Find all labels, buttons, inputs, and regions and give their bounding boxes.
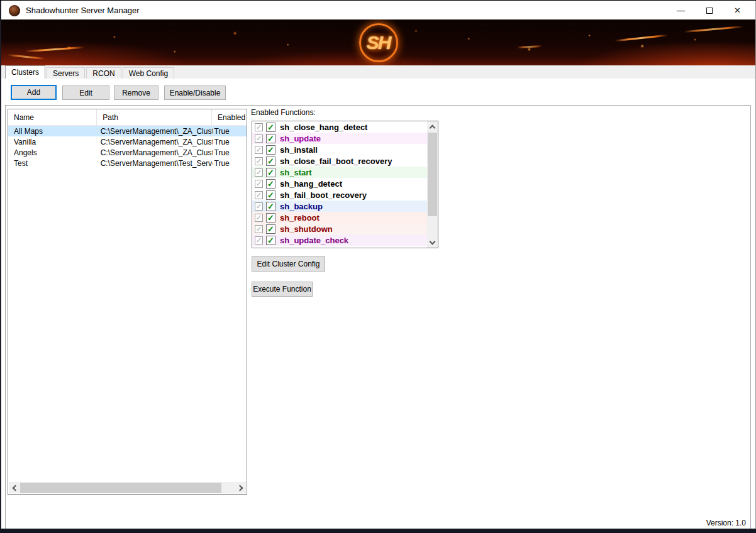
scroll-right-icon[interactable] xyxy=(235,482,246,493)
window-border-bottom xyxy=(0,529,756,533)
function-name: sh_close_fail_boot_recovery xyxy=(280,157,392,166)
function-name: sh_backup xyxy=(280,202,323,211)
checkbox-icon[interactable]: ✓ xyxy=(255,202,263,211)
cluster-enabled: True xyxy=(213,138,247,146)
function-name: sh_reboot xyxy=(280,213,320,223)
function-name: sh_start xyxy=(280,168,312,177)
horizontal-scrollbar[interactable] xyxy=(9,482,246,493)
cluster-path: C:\ServerManagement\Test_Server... xyxy=(97,159,213,168)
function-item-sh-hang-detect[interactable]: ✓ ✓ sh_hang_detect xyxy=(252,178,428,189)
green-check-icon: ✓ xyxy=(266,145,275,155)
tab-clusters[interactable]: Clusters xyxy=(5,65,45,79)
function-name: sh_update_check xyxy=(280,236,348,245)
checkbox-icon[interactable]: ✓ xyxy=(255,135,263,143)
cluster-row-angels[interactable]: Angels C:\ServerManagement\_ZA_Cluster..… xyxy=(8,147,247,158)
minimize-icon: — xyxy=(677,6,685,15)
maximize-icon xyxy=(706,8,713,14)
cluster-row-all-maps[interactable]: All Maps C:\ServerManagement\_ZA_Cluster… xyxy=(8,126,247,136)
banner-image: SH xyxy=(1,19,755,65)
cluster-row-vanilla[interactable]: Vanilla C:\ServerManagement\_ZA_Cluster.… xyxy=(8,136,247,147)
vertical-scrollbar[interactable] xyxy=(427,121,438,248)
function-name: sh_shutdown xyxy=(280,224,333,234)
checkbox-icon[interactable]: ✓ xyxy=(255,214,263,222)
execute-function-button[interactable]: Execute Function xyxy=(252,282,313,297)
scroll-up-icon[interactable] xyxy=(427,121,438,132)
cluster-enabled: True xyxy=(213,127,247,136)
function-item-sh-install[interactable]: ✓ ✓ sh_install xyxy=(252,144,428,155)
cluster-enabled: True xyxy=(213,159,247,168)
maximize-button[interactable] xyxy=(695,1,723,19)
function-item-sh-fail-boot-recovery[interactable]: ✓ ✓ sh_fail_boot_recovery xyxy=(252,189,428,201)
checkbox-icon[interactable]: ✓ xyxy=(255,225,263,233)
scroll-left-icon[interactable] xyxy=(9,482,19,493)
green-check-icon: ✓ xyxy=(266,157,275,166)
checkbox-icon[interactable]: ✓ xyxy=(255,157,263,165)
checkbox-icon[interactable]: ✓ xyxy=(255,123,263,131)
checkbox-icon[interactable]: ✓ xyxy=(255,180,263,188)
sh-logo: SH xyxy=(359,23,398,62)
cluster-row-test[interactable]: Test C:\ServerManagement\Test_Server... … xyxy=(8,158,247,168)
ember-streak xyxy=(684,26,743,33)
green-check-icon: ✓ xyxy=(266,134,275,143)
ember-streak xyxy=(25,47,85,53)
column-header-enabled[interactable]: Enabled xyxy=(212,109,247,125)
function-item-sh-reboot[interactable]: ✓ ✓ sh_reboot xyxy=(252,212,428,223)
column-header-path[interactable]: Path xyxy=(97,109,212,125)
ember-streak xyxy=(8,54,45,60)
function-item-sh-close-fail-boot-recovery[interactable]: ✓ ✓ sh_close_fail_boot_recovery xyxy=(252,155,428,167)
function-name: sh_hang_detect xyxy=(280,179,342,189)
cluster-name: All Maps xyxy=(8,127,97,136)
function-item-sh-backup[interactable]: ✓ ✓ sh_backup xyxy=(252,201,428,212)
green-check-icon: ✓ xyxy=(266,168,275,177)
function-item-sh-shutdown[interactable]: ✓ ✓ sh_shutdown xyxy=(252,223,428,234)
functions-listbox: ✓ ✓ sh_close_hang_detect ✓ ✓ sh_update ✓… xyxy=(252,121,438,248)
window-border-left xyxy=(0,1,1,533)
green-check-icon: ✓ xyxy=(266,179,275,189)
tab-web-config[interactable]: Web Config xyxy=(123,67,174,79)
enable-disable-button[interactable]: Enable/Disable xyxy=(164,85,226,100)
function-item-sh-update-check[interactable]: ✓ ✓ sh_update_check xyxy=(252,234,428,246)
window-controls: — ✕ xyxy=(667,1,752,19)
cluster-name: Angels xyxy=(8,148,97,157)
add-button[interactable]: Add xyxy=(11,85,57,100)
tab-servers[interactable]: Servers xyxy=(47,67,85,79)
minimize-button[interactable]: — xyxy=(667,1,695,19)
cluster-list-header: Name Path Enabled xyxy=(8,109,247,126)
checkbox-icon[interactable]: ✓ xyxy=(255,236,263,245)
function-item-sh-start[interactable]: ✓ ✓ sh_start xyxy=(252,167,428,178)
green-check-icon: ✓ xyxy=(266,123,275,132)
title-bar: Shadowhunter Server Manager — ✕ xyxy=(1,1,755,19)
remove-button[interactable]: Remove xyxy=(114,85,158,100)
cluster-list: Name Path Enabled All Maps C:\ServerMana… xyxy=(8,109,247,495)
checkbox-icon[interactable]: ✓ xyxy=(255,168,263,177)
cluster-name: Test xyxy=(8,159,97,168)
green-check-icon: ✓ xyxy=(266,224,275,234)
app-icon xyxy=(9,5,20,16)
green-check-icon: ✓ xyxy=(266,236,275,245)
checkbox-icon[interactable]: ✓ xyxy=(255,191,263,199)
column-header-name[interactable]: Name xyxy=(8,109,97,125)
function-name: sh_install xyxy=(280,145,318,155)
edit-button[interactable]: Edit xyxy=(62,85,109,100)
cluster-path: C:\ServerManagement\_ZA_Cluster... xyxy=(97,127,213,136)
function-name: sh_close_hang_detect xyxy=(280,123,367,132)
ember-streak xyxy=(517,45,542,48)
function-name: sh_update xyxy=(280,134,321,143)
cluster-name: Vanilla xyxy=(8,138,97,146)
version-label: Version: 1.0 xyxy=(706,519,746,527)
function-item-sh-update[interactable]: ✓ ✓ sh_update xyxy=(252,133,428,144)
cluster-path: C:\ServerManagement\_ZA_Cluster... xyxy=(97,148,213,157)
function-item-sh-close-hang-detect[interactable]: ✓ ✓ sh_close_hang_detect xyxy=(252,121,428,133)
cluster-enabled: True xyxy=(213,148,247,157)
scroll-down-icon[interactable] xyxy=(427,237,438,248)
close-button[interactable]: ✕ xyxy=(723,1,752,19)
vertical-scrollbar-thumb[interactable] xyxy=(428,133,437,216)
window-title: Shadowhunter Server Manager xyxy=(26,6,140,15)
checkbox-icon[interactable]: ✓ xyxy=(255,146,263,154)
horizontal-scrollbar-thumb[interactable] xyxy=(20,483,221,493)
edit-cluster-config-button[interactable]: Edit Cluster Config xyxy=(252,256,325,272)
green-check-icon: ✓ xyxy=(266,213,275,223)
function-name: sh_fail_boot_recovery xyxy=(280,190,367,200)
ember-streak xyxy=(614,35,668,42)
tab-rcon[interactable]: RCON xyxy=(86,67,121,79)
